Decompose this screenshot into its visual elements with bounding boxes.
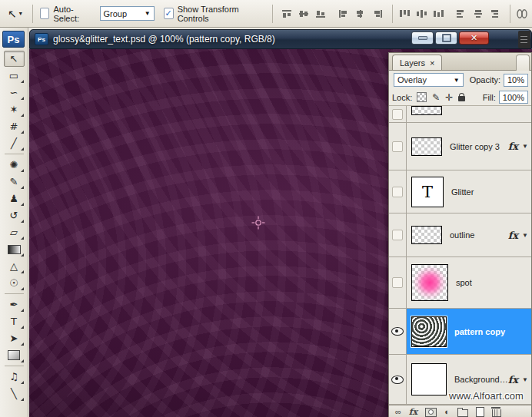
- layer-row-partial[interactable]: [389, 106, 531, 123]
- align-right-edges-button[interactable]: [371, 8, 384, 20]
- layer-thumbnail[interactable]: [411, 137, 442, 156]
- distribute-vertical-centers-button[interactable]: [414, 8, 428, 20]
- layer-thumbnail[interactable]: [411, 264, 448, 301]
- layer-thumbnail[interactable]: T: [411, 177, 444, 207]
- toolbox-separator: [5, 154, 24, 154]
- clone-stamp-tool-button[interactable]: ♟: [4, 190, 25, 207]
- layers-panel: Layers × Overlay ▼ Opacity: 10% Lock: ✎✛…: [388, 52, 532, 417]
- restore-icon: [442, 34, 451, 42]
- blend-mode-dropdown[interactable]: Overlay ▼: [394, 73, 464, 87]
- layer-style-fx-icon[interactable]: fx: [508, 141, 518, 152]
- dodge-tool-button[interactable]: ☉: [4, 275, 25, 291]
- new-adjustment-layer-icon[interactable]: ◐: [444, 408, 450, 416]
- group-dropdown[interactable]: Group ▼: [100, 6, 155, 21]
- layer-row-pattern-copy[interactable]: pattern copy: [389, 309, 531, 355]
- magic-wand-tool-button[interactable]: ✶: [4, 101, 25, 117]
- layer-thumbnail[interactable]: [411, 226, 442, 244]
- slice-tool-button[interactable]: ╱: [4, 135, 25, 151]
- distribute-left-edges-button[interactable]: [454, 8, 468, 20]
- audio-annotation-tool-button[interactable]: ♫: [4, 369, 25, 385]
- distribute-bottom-edges-button[interactable]: [431, 8, 445, 20]
- blur-tool-icon: △: [10, 261, 18, 271]
- delete-layer-icon[interactable]: [492, 409, 501, 417]
- fx-expand-arrow[interactable]: ▼: [522, 376, 528, 383]
- layer-row-glitter-copy-3[interactable]: Glitter copy 3fx▼: [389, 123, 531, 170]
- visibility-empty-box: [392, 230, 403, 240]
- align-top-edges-button[interactable]: [280, 8, 294, 20]
- lock-position-icon[interactable]: ✛: [445, 92, 453, 103]
- layers-tab[interactable]: Layers ×: [392, 55, 442, 70]
- shape-tool-button[interactable]: [4, 347, 25, 363]
- lock-label: Lock:: [392, 93, 412, 102]
- gradient-tool-button[interactable]: [4, 241, 25, 257]
- align-vertical-centers-button[interactable]: [297, 8, 311, 20]
- crop-tool-button[interactable]: #: [4, 118, 25, 134]
- layer-row-spot[interactable]: spot: [389, 257, 531, 309]
- flyout-indicator: [21, 270, 24, 273]
- type-tool-icon: T: [11, 316, 17, 326]
- visibility-off-toggle[interactable]: [389, 257, 407, 308]
- move-tool-button[interactable]: ↖: [4, 51, 25, 67]
- link-layers-icon[interactable]: ∞: [395, 408, 401, 416]
- layer-thumbnail[interactable]: [411, 316, 447, 347]
- layer-thumbnail[interactable]: [411, 363, 447, 395]
- visibility-off-toggle[interactable]: [389, 123, 407, 170]
- brush-tool-button[interactable]: ✎: [4, 174, 25, 190]
- eyedropper-tool-button[interactable]: ╲: [4, 386, 25, 402]
- photoshop-window: ↖ ▾ Auto-Select: Group ▼ ✓ Show Transfor…: [0, 0, 532, 417]
- fx-expand-arrow[interactable]: ▼: [522, 232, 528, 239]
- visibility-off-toggle[interactable]: [389, 213, 407, 256]
- align-bottom-edges-button[interactable]: [314, 8, 328, 20]
- visibility-on-toggle[interactable]: [389, 355, 407, 404]
- show-transform-controls-checkbox[interactable]: ✓ Show Transform Controls: [164, 5, 258, 23]
- fill-field[interactable]: 100%: [499, 91, 528, 104]
- layer-row-content: TGlitter: [407, 170, 531, 213]
- lock-all-icon[interactable]: [458, 96, 465, 101]
- history-brush-tool-button[interactable]: ↺: [4, 207, 25, 223]
- eraser-tool-button[interactable]: ▱: [4, 224, 25, 240]
- rectangular-marquee-tool-button[interactable]: ▭: [4, 68, 25, 84]
- add-layer-mask-icon[interactable]: [425, 408, 437, 417]
- distribute-horizontal-centers-button[interactable]: [471, 8, 485, 20]
- flyout-indicator: [21, 359, 24, 362]
- distribute-left-edges-icon: [455, 8, 467, 19]
- lock-transparent-pixels-icon[interactable]: [417, 92, 427, 102]
- panel-tab-bar: Layers ×: [389, 53, 531, 71]
- type-tool-button[interactable]: T: [4, 313, 25, 329]
- visibility-off-toggle[interactable]: [389, 170, 407, 213]
- layer-row-outline[interactable]: outlinefx▼: [389, 213, 531, 257]
- blur-tool-button[interactable]: △: [4, 258, 25, 274]
- shape-tool-icon: [8, 350, 20, 360]
- new-layer-icon[interactable]: [476, 407, 484, 417]
- layer-row-glitter[interactable]: TGlitter: [389, 170, 531, 213]
- tab-close-icon[interactable]: ×: [430, 58, 434, 68]
- path-selection-tool-button[interactable]: ➤: [4, 330, 25, 346]
- current-tool-preset[interactable]: ↖ ▾: [5, 7, 25, 21]
- minimize-button[interactable]: [411, 31, 434, 45]
- layer-thumbnail[interactable]: [411, 106, 442, 115]
- layer-style-fx-icon[interactable]: fx: [508, 374, 518, 386]
- flyout-indicator: [21, 220, 24, 223]
- visibility-on-toggle[interactable]: [389, 309, 407, 354]
- add-layer-style-icon[interactable]: fx: [409, 407, 417, 417]
- auto-align-layers-button[interactable]: [515, 8, 529, 20]
- layer-style-fx-icon[interactable]: fx: [508, 230, 518, 241]
- close-button[interactable]: ✕: [459, 31, 489, 45]
- opacity-label: Opacity:: [470, 75, 500, 84]
- healing-brush-tool-button[interactable]: ✺: [4, 157, 25, 173]
- lock-image-pixels-icon[interactable]: ✎: [432, 92, 440, 103]
- fx-expand-arrow[interactable]: ▼: [522, 143, 528, 150]
- lasso-tool-button[interactable]: ∽: [4, 84, 25, 101]
- panel-dock-grip[interactable]: [518, 31, 530, 48]
- distribute-top-edges-button[interactable]: [397, 8, 411, 20]
- opacity-field[interactable]: 10%: [504, 74, 528, 87]
- pen-tool-button[interactable]: ✒: [4, 296, 25, 313]
- visibility-off-toggle[interactable]: [389, 106, 407, 122]
- align-left-edges-button[interactable]: [337, 8, 351, 20]
- auto-select-checkbox[interactable]: Auto-Select:: [40, 5, 92, 23]
- layer-name: Glitter copy 3: [450, 142, 508, 151]
- new-group-icon[interactable]: [457, 409, 468, 417]
- restore-button[interactable]: [435, 31, 457, 45]
- align-horizontal-centers-button[interactable]: [354, 8, 367, 20]
- distribute-right-edges-button[interactable]: [488, 8, 502, 20]
